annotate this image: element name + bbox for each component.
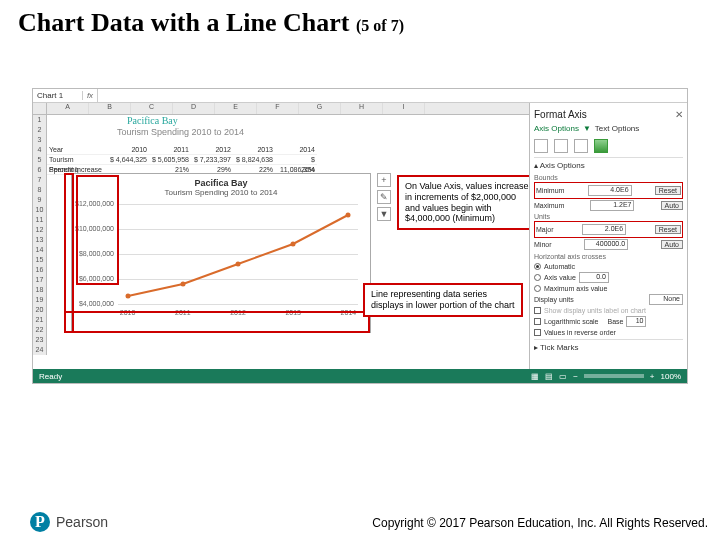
row-hdr[interactable]: 2 (33, 125, 47, 135)
row-hdr[interactable]: 12 (33, 225, 47, 235)
plot-area: $12,000,000 $10,000,000 $8,000,000 $6,00… (118, 204, 358, 304)
col-A[interactable]: A (47, 103, 89, 114)
row-hdr[interactable]: 5 (33, 155, 47, 165)
copyright: Copyright © 2017 Pearson Education, Inc.… (372, 516, 708, 530)
zoom-level[interactable]: 100% (661, 372, 681, 381)
row-hdr[interactable]: 20 (33, 305, 47, 315)
col-D[interactable]: D (173, 103, 215, 114)
svg-point-3 (291, 242, 296, 247)
row-hdr[interactable]: 17 (33, 275, 47, 285)
format-pane-title: Format Axis (534, 109, 587, 120)
fill-line-icon[interactable] (534, 139, 548, 153)
status-bar: Ready ▦ ▤ ▭ − + 100% (33, 369, 687, 383)
radio-axis-value[interactable] (534, 274, 541, 281)
excel-screenshot: Chart 1 fx A B C D E F G H I 1 2 3 (32, 88, 688, 384)
effects-icon[interactable] (554, 139, 568, 153)
view-break-icon[interactable]: ▭ (559, 372, 567, 381)
row-hdr[interactable]: 16 (33, 265, 47, 275)
row-hdr[interactable]: 21 (33, 315, 47, 325)
text-options-tab[interactable]: Text Options (595, 124, 639, 133)
name-box[interactable]: Chart 1 (33, 91, 83, 100)
max-auto-button[interactable]: Auto (661, 201, 683, 210)
max-label: Maximum (534, 202, 564, 209)
row-hdr[interactable]: 7 (33, 175, 47, 185)
cell: 2014 (275, 145, 317, 155)
zoom-in-button[interactable]: + (650, 372, 655, 381)
zoom-out-button[interactable]: − (573, 372, 578, 381)
row-hdr[interactable]: 8 (33, 185, 47, 195)
major-reset-button[interactable]: Reset (655, 225, 681, 234)
cell: 2013 (233, 145, 275, 155)
row-hdr[interactable]: 6 (33, 165, 47, 175)
select-all-corner[interactable] (33, 103, 47, 114)
fx-icon[interactable]: fx (83, 91, 97, 100)
row-hdr[interactable]: 23 (33, 335, 47, 345)
svg-point-0 (126, 294, 131, 299)
min-reset-button[interactable]: Reset (655, 186, 681, 195)
row-hdr[interactable]: 9 (33, 195, 47, 205)
row-hdr[interactable]: 15 (33, 255, 47, 265)
chart-float-buttons: + ✎ ▼ (377, 173, 393, 224)
radio-automatic[interactable] (534, 263, 541, 270)
tick-marks-section[interactable]: ▸ Tick Marks (534, 339, 683, 355)
line-series (118, 204, 358, 304)
axis-options-section[interactable]: ▴ Axis Options (534, 158, 683, 173)
formula-bar-row: Chart 1 fx (33, 89, 687, 103)
minor-input[interactable]: 400000.0 (584, 239, 628, 250)
col-G[interactable]: G (299, 103, 341, 114)
chart-styles-button[interactable]: ✎ (377, 190, 391, 204)
radio-max-axis[interactable] (534, 285, 541, 292)
col-B[interactable]: B (89, 103, 131, 114)
row-hdr[interactable]: 18 (33, 285, 47, 295)
status-ready: Ready (39, 372, 62, 381)
row-hdr[interactable]: 22 (33, 325, 47, 335)
col-C[interactable]: C (131, 103, 173, 114)
callout-line: Line representing data series displays i… (363, 283, 523, 317)
size-icon[interactable] (574, 139, 588, 153)
axis-value-input[interactable]: 0.0 (579, 272, 609, 283)
col-E[interactable]: E (215, 103, 257, 114)
row-hdr[interactable]: 19 (33, 295, 47, 305)
row-hdr[interactable]: 11 (33, 215, 47, 225)
col-F[interactable]: F (257, 103, 299, 114)
chart-elements-button[interactable]: + (377, 173, 391, 187)
row-hdr[interactable]: 4 (33, 145, 47, 155)
log-base-input[interactable]: 10 (626, 316, 646, 327)
show-label-checkbox[interactable] (534, 307, 541, 314)
row-hdr[interactable]: 13 (33, 235, 47, 245)
chart-filters-button[interactable]: ▼ (377, 207, 391, 221)
view-normal-icon[interactable]: ▦ (531, 372, 539, 381)
cells-area[interactable]: Pacifica Bay Tourism Spending 2010 to 20… (47, 115, 529, 355)
slide-title-main: Chart Data with a Line Chart (18, 8, 350, 37)
axis-options-icon[interactable] (594, 139, 608, 153)
close-icon[interactable]: ✕ (675, 109, 683, 120)
col-H[interactable]: H (341, 103, 383, 114)
year-label: Year (47, 145, 107, 155)
row-hdr[interactable]: 10 (33, 205, 47, 215)
formula-bar[interactable] (97, 89, 687, 102)
row-hdr[interactable]: 3 (33, 135, 47, 145)
axis-options-tab[interactable]: Axis Options (534, 124, 579, 133)
major-input[interactable]: 2.0E6 (582, 224, 626, 235)
row-hdr[interactable]: 14 (33, 245, 47, 255)
cell: $ 5,605,958 (149, 155, 191, 165)
max-input[interactable]: 1.2E7 (590, 200, 634, 211)
cell: $ 7,233,397 (191, 155, 233, 165)
bounds-label: Bounds (534, 173, 683, 182)
log-scale-checkbox[interactable] (534, 318, 541, 325)
reverse-checkbox[interactable] (534, 329, 541, 336)
display-units-select[interactable]: None (649, 294, 683, 305)
format-icons (534, 135, 683, 158)
row-hdr[interactable]: 24 (33, 345, 47, 355)
view-layout-icon[interactable]: ▤ (545, 372, 553, 381)
zoom-slider[interactable] (584, 374, 644, 378)
col-I[interactable]: I (383, 103, 425, 114)
minor-auto-button[interactable]: Auto (661, 240, 683, 249)
spending-label: Tourism Spending (47, 155, 107, 165)
worksheet[interactable]: A B C D E F G H I 1 2 3 4 5 6 7 8 (33, 103, 529, 369)
display-units-label: Display units (534, 296, 574, 303)
row-hdr[interactable]: 1 (33, 115, 47, 125)
value-axis-highlight (64, 173, 74, 333)
min-input[interactable]: 4.0E6 (588, 185, 632, 196)
slide-title: Chart Data with a Line Chart (5 of 7) (0, 0, 720, 42)
